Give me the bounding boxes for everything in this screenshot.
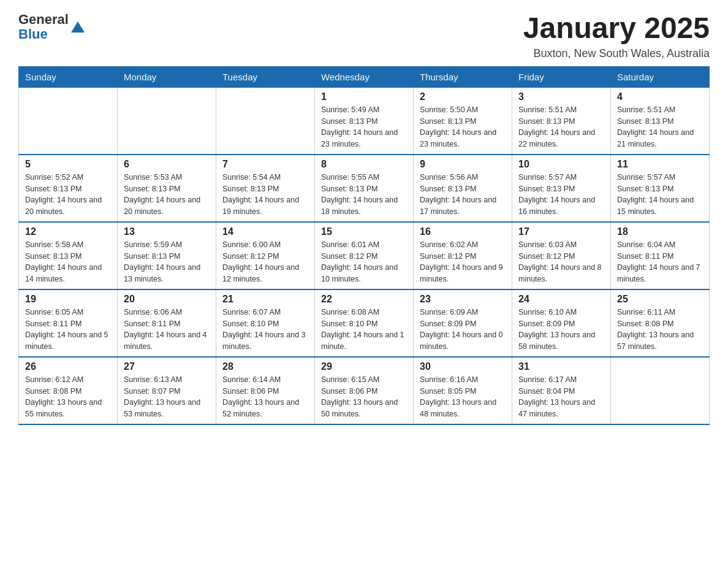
day-info: Sunrise: 5:58 AMSunset: 8:13 PMDaylight:… [25,239,111,285]
day-info: Sunrise: 6:02 AMSunset: 8:12 PMDaylight:… [420,239,506,285]
logo-triangle-icon [71,20,85,34]
calendar-cell: 17Sunrise: 6:03 AMSunset: 8:12 PMDayligh… [512,222,611,289]
day-number: 19 [25,294,111,305]
day-info: Sunrise: 5:57 AMSunset: 8:13 PMDaylight:… [617,172,703,218]
day-number: 9 [420,159,506,170]
calendar-cell: 29Sunrise: 6:15 AMSunset: 8:06 PMDayligh… [315,357,414,424]
day-info: Sunrise: 6:13 AMSunset: 8:07 PMDaylight:… [124,374,210,420]
day-number: 4 [617,91,703,102]
day-number: 5 [25,159,111,170]
logo-general-text: General [18,12,69,27]
day-header-sunday: Sunday [19,66,118,87]
day-info: Sunrise: 6:14 AMSunset: 8:06 PMDaylight:… [222,374,308,420]
calendar-cell: 22Sunrise: 6:08 AMSunset: 8:10 PMDayligh… [315,289,414,357]
day-info: Sunrise: 5:51 AMSunset: 8:13 PMDaylight:… [617,104,703,150]
day-info: Sunrise: 6:17 AMSunset: 8:04 PMDaylight:… [518,374,604,420]
day-number: 27 [124,361,210,372]
calendar-cell: 4Sunrise: 5:51 AMSunset: 8:13 PMDaylight… [611,87,710,155]
day-number: 18 [617,226,703,237]
day-number: 1 [321,91,407,102]
day-header-friday: Friday [512,66,611,87]
calendar-cell: 31Sunrise: 6:17 AMSunset: 8:04 PMDayligh… [512,357,611,424]
day-number: 12 [25,226,111,237]
day-number: 25 [617,294,703,305]
calendar-cell [611,357,710,424]
day-info: Sunrise: 5:54 AMSunset: 8:13 PMDaylight:… [222,172,308,218]
day-header-wednesday: Wednesday [315,66,414,87]
day-number: 10 [518,159,604,170]
calendar-cell: 14Sunrise: 6:00 AMSunset: 8:12 PMDayligh… [216,222,315,289]
svg-marker-0 [71,21,85,33]
day-info: Sunrise: 5:49 AMSunset: 8:13 PMDaylight:… [321,104,407,150]
day-info: Sunrise: 5:50 AMSunset: 8:13 PMDaylight:… [420,104,506,150]
day-number: 14 [222,226,308,237]
day-info: Sunrise: 6:07 AMSunset: 8:10 PMDaylight:… [222,307,308,353]
day-number: 29 [321,361,407,372]
day-info: Sunrise: 5:53 AMSunset: 8:13 PMDaylight:… [124,172,210,218]
day-info: Sunrise: 5:56 AMSunset: 8:13 PMDaylight:… [420,172,506,218]
calendar-cell: 18Sunrise: 6:04 AMSunset: 8:11 PMDayligh… [611,222,710,289]
day-number: 24 [518,294,604,305]
month-title: January 2025 [523,12,710,45]
day-info: Sunrise: 6:05 AMSunset: 8:11 PMDaylight:… [25,307,111,353]
calendar-cell: 24Sunrise: 6:10 AMSunset: 8:09 PMDayligh… [512,289,611,357]
day-number: 11 [617,159,703,170]
calendar-cell: 25Sunrise: 6:11 AMSunset: 8:08 PMDayligh… [611,289,710,357]
day-number: 7 [222,159,308,170]
day-info: Sunrise: 6:01 AMSunset: 8:12 PMDaylight:… [321,239,407,285]
day-number: 31 [518,361,604,372]
location: Buxton, New South Wales, Australia [523,47,710,60]
logo-icon [71,20,85,34]
day-number: 26 [25,361,111,372]
day-header-saturday: Saturday [611,66,710,87]
day-info: Sunrise: 6:09 AMSunset: 8:09 PMDaylight:… [420,307,506,353]
day-number: 17 [518,226,604,237]
calendar-cell: 7Sunrise: 5:54 AMSunset: 8:13 PMDaylight… [216,155,315,222]
day-number: 3 [518,91,604,102]
day-info: Sunrise: 6:15 AMSunset: 8:06 PMDaylight:… [321,374,407,420]
day-number: 21 [222,294,308,305]
day-info: Sunrise: 5:57 AMSunset: 8:13 PMDaylight:… [518,172,604,218]
day-number: 15 [321,226,407,237]
day-number: 8 [321,159,407,170]
day-info: Sunrise: 5:51 AMSunset: 8:13 PMDaylight:… [518,104,604,150]
calendar-cell: 16Sunrise: 6:02 AMSunset: 8:12 PMDayligh… [414,222,512,289]
day-number: 28 [222,361,308,372]
calendar-week-row: 26Sunrise: 6:12 AMSunset: 8:08 PMDayligh… [19,357,710,424]
day-number: 6 [124,159,210,170]
day-number: 13 [124,226,210,237]
calendar-cell: 3Sunrise: 5:51 AMSunset: 8:13 PMDaylight… [512,87,611,155]
calendar-week-row: 12Sunrise: 5:58 AMSunset: 8:13 PMDayligh… [19,222,710,289]
calendar-cell [216,87,315,155]
day-number: 22 [321,294,407,305]
day-info: Sunrise: 6:03 AMSunset: 8:12 PMDaylight:… [518,239,604,285]
day-info: Sunrise: 5:55 AMSunset: 8:13 PMDaylight:… [321,172,407,218]
day-header-thursday: Thursday [414,66,512,87]
calendar-cell: 23Sunrise: 6:09 AMSunset: 8:09 PMDayligh… [414,289,512,357]
day-info: Sunrise: 6:08 AMSunset: 8:10 PMDaylight:… [321,307,407,353]
calendar-cell: 19Sunrise: 6:05 AMSunset: 8:11 PMDayligh… [19,289,118,357]
calendar-header-row: SundayMondayTuesdayWednesdayThursdayFrid… [19,66,710,87]
calendar-cell: 28Sunrise: 6:14 AMSunset: 8:06 PMDayligh… [216,357,315,424]
calendar-table: SundayMondayTuesdayWednesdayThursdayFrid… [18,66,710,425]
day-info: Sunrise: 6:06 AMSunset: 8:11 PMDaylight:… [124,307,210,353]
day-header-monday: Monday [118,66,216,87]
calendar-week-row: 5Sunrise: 5:52 AMSunset: 8:13 PMDaylight… [19,155,710,222]
calendar-cell: 2Sunrise: 5:50 AMSunset: 8:13 PMDaylight… [414,87,512,155]
title-block: January 2025 Buxton, New South Wales, Au… [523,12,710,60]
day-info: Sunrise: 6:12 AMSunset: 8:08 PMDaylight:… [25,374,111,420]
day-number: 20 [124,294,210,305]
calendar-cell: 10Sunrise: 5:57 AMSunset: 8:13 PMDayligh… [512,155,611,222]
day-info: Sunrise: 6:11 AMSunset: 8:08 PMDaylight:… [617,307,703,353]
day-number: 2 [420,91,506,102]
calendar-cell: 11Sunrise: 5:57 AMSunset: 8:13 PMDayligh… [611,155,710,222]
calendar-cell: 21Sunrise: 6:07 AMSunset: 8:10 PMDayligh… [216,289,315,357]
calendar-cell: 13Sunrise: 5:59 AMSunset: 8:13 PMDayligh… [118,222,216,289]
calendar-cell: 5Sunrise: 5:52 AMSunset: 8:13 PMDaylight… [19,155,118,222]
calendar-cell: 8Sunrise: 5:55 AMSunset: 8:13 PMDaylight… [315,155,414,222]
day-info: Sunrise: 6:00 AMSunset: 8:12 PMDaylight:… [222,239,308,285]
calendar-cell [118,87,216,155]
calendar-cell: 15Sunrise: 6:01 AMSunset: 8:12 PMDayligh… [315,222,414,289]
day-header-tuesday: Tuesday [216,66,315,87]
day-number: 16 [420,226,506,237]
